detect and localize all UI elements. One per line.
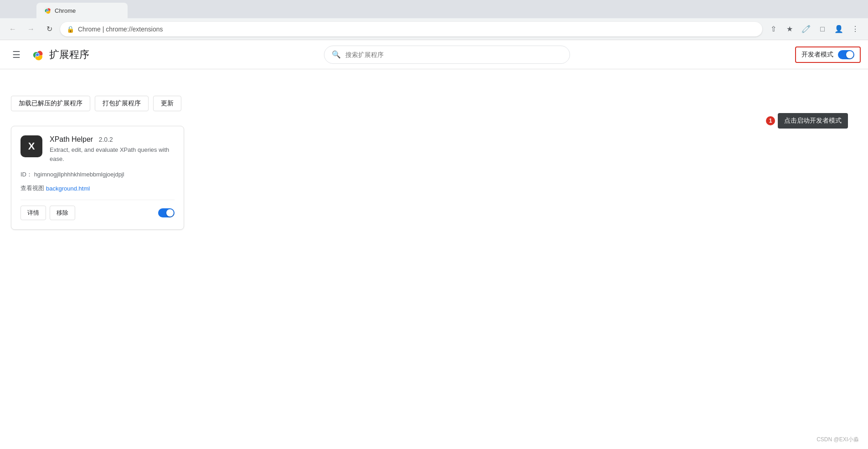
extension-enable-toggle[interactable] [158,208,175,217]
dev-mode-toggle-area: 开发者模式 [795,46,861,63]
window-icon-button[interactable]: □ [815,22,830,36]
bookmark-icon-button[interactable]: ★ [782,22,797,36]
chrome-logo [31,48,44,61]
page-title: 扩展程序 [49,48,98,62]
forward-button[interactable]: → [24,22,38,36]
extension-card-footer: 详情 移除 [21,200,175,220]
extension-view-label: 查看视图 [21,184,44,192]
extension-description: Extract, edit, and evaluate XPath querie… [50,145,175,163]
tab-label: Chrome [55,7,76,14]
menu-icon-button[interactable]: ⋮ [848,22,863,36]
update-button[interactable]: 更新 [153,96,181,111]
back-button[interactable]: ← [5,22,20,36]
extension-detail-button[interactable]: 详情 [21,206,46,220]
profile-icon-button[interactable]: 👤 [832,22,846,36]
extension-footer-buttons: 详情 移除 [21,206,75,220]
load-unpacked-button[interactable]: 加载已解压的扩展程序 [11,96,90,111]
extension-remove-button[interactable]: 移除 [50,206,75,220]
browser-tab[interactable]: Chrome [36,3,128,18]
toolbar-icons: ⇧ ★ 🧷 □ 👤 ⋮ [766,22,863,36]
extension-id-value: hgimnogjllphhhkhlmebbmlgjoejdpjl [34,171,124,178]
tooltip-badge: 1 [766,116,775,125]
svg-point-3 [46,10,48,11]
sidebar-menu-button[interactable]: ☰ [7,46,26,64]
extension-view-section: 查看视图 background.html [21,184,175,192]
extension-card-header: X XPath Helper 2.0.2 Extract, edit, and … [21,135,175,163]
extensions-grid: X XPath Helper 2.0.2 Extract, edit, and … [0,119,868,237]
security-icon: 🔒 [67,26,74,33]
extensions-header: ☰ 扩展程序 🔍 [0,40,868,69]
pack-extension-button[interactable]: 打包扩展程序 [95,96,149,111]
extension-id-section: ID： hgimnogjllphhhkhlmebbmlgjoejdpjl [21,170,175,179]
extension-version: 2.0.2 [99,136,113,143]
dev-mode-toggle[interactable] [838,50,854,59]
search-bar[interactable]: 🔍 [324,46,570,64]
extension-card: X XPath Helper 2.0.2 Extract, edit, and … [11,126,184,230]
dev-mode-label: 开发者模式 [801,51,833,59]
share-icon-button[interactable]: ⇧ [766,22,781,36]
chrome-text: Chrome | chrome://extensions [78,26,163,33]
extension-id-label: ID： [21,171,32,178]
search-input[interactable] [345,51,562,58]
svg-point-6 [36,53,39,56]
address-bar[interactable]: 🔒 Chrome | chrome://extensions [60,22,762,36]
extension-icon: X [21,135,42,157]
extensions-icon-button[interactable]: 🧷 [799,22,813,36]
extension-name: XPath Helper [50,135,93,143]
extension-info: XPath Helper 2.0.2 Extract, edit, and ev… [50,135,175,163]
reload-button[interactable]: ↻ [42,22,56,36]
extension-view-link[interactable]: background.html [46,185,90,192]
watermark: CSDN @EXI小淼 [817,436,859,444]
main-content: ☰ 扩展程序 🔍 [0,40,868,449]
address-bar-area: ← → ↻ 🔒 Chrome | chrome://extensions ⇧ ★… [0,18,868,40]
tooltip-box: 点击启动开发者模式 [778,113,848,129]
chrome-tab-icon [44,7,51,14]
search-icon: 🔍 [332,50,341,59]
tooltip-container: 1 点击启动开发者模式 [0,109,859,129]
